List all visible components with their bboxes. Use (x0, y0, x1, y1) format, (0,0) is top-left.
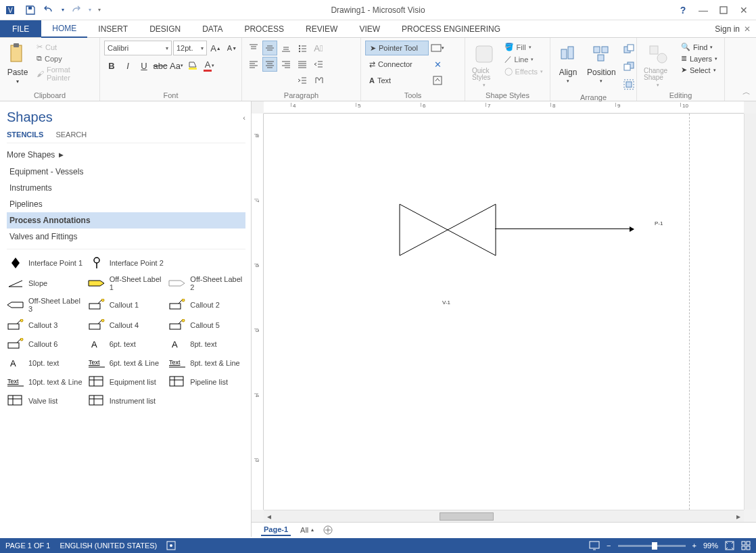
align-bottom-button[interactable] (279, 41, 293, 55)
format-painter-button[interactable]: 🖌Format Painter (34, 65, 95, 82)
status-page[interactable]: PAGE 1 OF 1 (5, 542, 50, 550)
shape-item[interactable]: Off-Sheet Label 1 (88, 275, 165, 291)
rectangle-tool-button[interactable]: ▾ (430, 41, 445, 55)
shape-item[interactable]: Text8pt. text & Line (168, 356, 245, 370)
tab-process[interactable]: PROCESS (233, 20, 295, 37)
vertical-scrollbar[interactable] (744, 114, 756, 510)
search-tab[interactable]: SEARCH (55, 130, 87, 139)
strike-button[interactable]: abc (153, 58, 168, 73)
text-block-button[interactable] (430, 73, 445, 88)
italic-button[interactable]: I (120, 58, 135, 73)
minimize-button[interactable]: ― (694, 2, 713, 18)
stencil-item[interactable]: Process Annotations (7, 212, 245, 229)
close-button[interactable]: ✕ (734, 2, 753, 18)
line-button[interactable]: ／Line▾ (502, 53, 546, 65)
cut-button[interactable]: ✂Cut (34, 42, 95, 52)
text-tool-button[interactable]: AText (365, 73, 429, 88)
redo-dropdown[interactable]: ▾ (87, 1, 93, 19)
find-button[interactable]: 🔍Find▾ (678, 42, 720, 52)
align-middle-button[interactable] (262, 41, 277, 55)
more-shapes-button[interactable]: More Shapes▶ (7, 143, 245, 164)
shape-item[interactable]: A10pt. text (7, 356, 84, 370)
indent-dec-button[interactable] (311, 57, 326, 72)
layers-button[interactable]: ≣Layers▾ (678, 53, 720, 64)
shape-item[interactable]: Callout 5 (168, 318, 245, 332)
shape-item[interactable]: Off-Sheet Label 2 (168, 275, 245, 291)
drawing-canvas[interactable]: V-1 P-1 (264, 114, 744, 510)
status-language[interactable]: ENGLISH (UNITED STATES) (60, 542, 157, 550)
font-color-button[interactable]: A▾ (202, 58, 216, 73)
pipeline-shape[interactable] (495, 229, 634, 229)
zoom-slider[interactable] (618, 545, 686, 547)
redo-button[interactable] (68, 1, 85, 19)
effects-button[interactable]: ◯Effects▾ (502, 66, 546, 76)
align-button[interactable]: Align▾ (554, 41, 582, 85)
zoom-out-button[interactable]: − (607, 542, 611, 550)
rotate-text-button[interactable] (311, 73, 326, 88)
scroll-right-icon[interactable]: ▸ (733, 511, 744, 522)
connector-tool-button[interactable]: ⇄Connector (365, 57, 429, 72)
font-family-combo[interactable]: Calibri▾ (104, 41, 172, 55)
grow-font-button[interactable]: A▲ (208, 41, 223, 55)
add-page-button[interactable] (323, 525, 333, 535)
scroll-left-icon[interactable]: ◂ (264, 511, 275, 522)
save-button[interactable] (22, 1, 39, 19)
align-right-button[interactable] (279, 57, 293, 72)
stencil-item[interactable]: Instruments (7, 180, 245, 196)
shape-item[interactable]: Interface Point 2 (88, 256, 165, 270)
highlight-button[interactable] (185, 58, 200, 73)
valve-shape[interactable] (399, 203, 496, 256)
paste-button[interactable]: Paste ▾ (4, 41, 31, 86)
clear-format-button[interactable]: A⃠ (311, 41, 326, 55)
qat-customize[interactable]: ▾ (95, 1, 104, 19)
indent-inc-button[interactable] (295, 73, 310, 88)
align-left-button[interactable] (246, 57, 261, 72)
align-top-button[interactable] (246, 41, 261, 55)
tab-view[interactable]: VIEW (348, 20, 391, 37)
shape-item[interactable]: Text6pt. text & Line (88, 356, 165, 370)
collapse-shapes-button[interactable]: ‹ (243, 114, 245, 122)
shape-item[interactable]: Text10pt. text & Line (7, 375, 84, 389)
fill-button[interactable]: 🪣Fill▾ (502, 42, 546, 52)
signin-close-icon[interactable]: ✕ (744, 24, 751, 34)
tab-home[interactable]: HOME (41, 20, 87, 38)
shape-item[interactable]: Valve list (7, 394, 84, 408)
case-button[interactable]: Aa▾ (169, 58, 184, 73)
shape-item[interactable]: Callout 6 (7, 337, 84, 351)
shape-item[interactable]: Instrument list (88, 394, 165, 408)
tab-process-engineering[interactable]: PROCESS ENGINEERING (391, 20, 511, 37)
stencils-tab[interactable]: STENCILS (7, 130, 43, 139)
quick-styles-button[interactable]: Quick Styles▾ (469, 41, 499, 89)
horizontal-scrollbar[interactable]: ◂ ▸ (264, 510, 744, 522)
align-center-button[interactable] (262, 57, 277, 72)
page-all-button[interactable]: All▴ (300, 526, 314, 534)
group-button[interactable] (621, 77, 636, 92)
shape-item[interactable]: Callout 4 (88, 318, 165, 332)
shape-item[interactable]: Off-Sheet Label 3 (7, 297, 84, 313)
stencil-item[interactable]: Equipment - Vessels (7, 164, 245, 180)
undo-button[interactable] (41, 1, 58, 19)
position-button[interactable]: Position▾ (584, 41, 619, 85)
shape-item[interactable]: Callout 1 (88, 297, 165, 313)
zoom-in-button[interactable]: + (692, 542, 696, 550)
tab-review[interactable]: REVIEW (295, 20, 348, 37)
shape-item[interactable]: Slope (7, 275, 84, 291)
fullscreen-icon[interactable] (741, 541, 751, 550)
change-shape-button[interactable]: Change Shape▾ (641, 41, 676, 89)
macro-icon[interactable] (166, 541, 176, 550)
shape-item[interactable]: Interface Point 1 (7, 256, 84, 270)
justify-button[interactable] (295, 57, 310, 72)
stencil-item[interactable]: Valves and Fittings (7, 229, 245, 245)
select-button[interactable]: ➤Select▾ (678, 65, 720, 75)
bullets-button[interactable] (295, 41, 310, 55)
stencil-item[interactable]: Pipelines (7, 196, 245, 212)
undo-dropdown[interactable]: ▾ (60, 1, 66, 19)
shape-item[interactable]: A6pt. text (88, 337, 165, 351)
shape-item[interactable]: A8pt. text (168, 337, 245, 351)
tab-file[interactable]: FILE (0, 20, 41, 37)
fit-page-icon[interactable] (725, 541, 734, 550)
tab-data[interactable]: DATA (191, 20, 233, 37)
shape-item[interactable]: Callout 3 (7, 318, 84, 332)
collapse-ribbon-button[interactable]: ︿ (742, 87, 751, 98)
shape-item[interactable]: Callout 2 (168, 297, 245, 313)
